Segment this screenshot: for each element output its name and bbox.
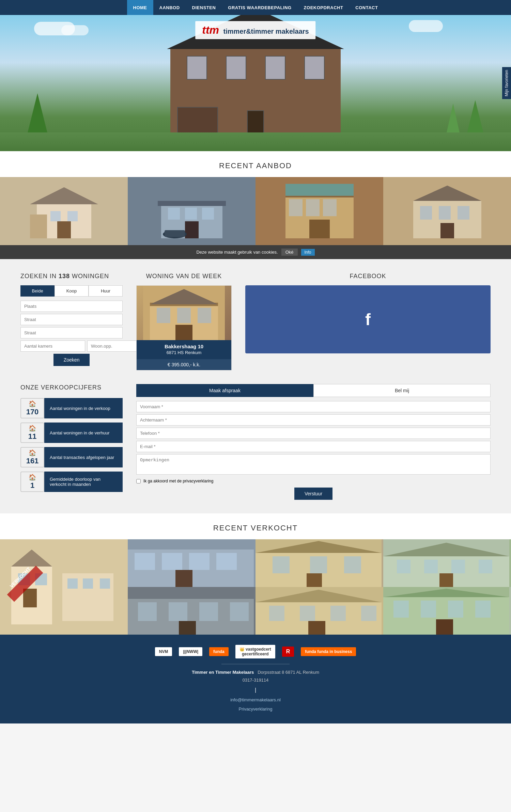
form-tab-bel[interactable]: Bel mij (313, 384, 491, 397)
svg-rect-57 (175, 570, 192, 587)
svg-rect-36 (198, 308, 211, 323)
stat-numbox-3: 🏠 1 (20, 472, 44, 492)
vk-item-3[interactable] (256, 539, 383, 587)
svg-rect-12 (202, 208, 214, 220)
form-telefoon[interactable] (136, 428, 491, 439)
footer-divider (221, 664, 290, 664)
week-city: 6871 HS Renkum (140, 350, 228, 355)
svg-rect-23 (285, 184, 354, 196)
week-card[interactable]: Bakkershaag 10 6871 HS Renkum € 395.000,… (136, 285, 232, 370)
main-navigation: HOME AANBOD DIENSTEN GRATIS WAARDEBEPALI… (0, 0, 511, 15)
form-voornaam[interactable] (136, 401, 491, 412)
vk-item-7[interactable] (383, 587, 511, 635)
svg-rect-60 (273, 556, 290, 573)
svg-rect-10 (168, 208, 180, 220)
search-title: ZOEKEN IN 138 WONINGEN (20, 273, 123, 280)
aanbod-item-2[interactable] (128, 177, 256, 245)
search-section: ZOEKEN IN 138 WONINGEN Beide Koop Huur Z… (20, 273, 123, 366)
nav-aanbod[interactable]: AANBOD (153, 0, 186, 15)
svg-rect-46 (67, 578, 78, 589)
stat-num-1: 11 (28, 432, 36, 441)
svg-rect-93 (448, 601, 463, 618)
week-image (137, 286, 231, 340)
search-straat1-input[interactable] (20, 314, 123, 325)
search-tab-koop[interactable]: Koop (55, 285, 89, 297)
vk-item-5[interactable] (128, 587, 256, 635)
form-email[interactable] (136, 441, 491, 452)
stat-num-0: 170 (26, 408, 39, 416)
svg-rect-37 (175, 325, 192, 340)
svg-rect-61 (310, 556, 327, 573)
privacy-checkbox[interactable] (136, 479, 141, 483)
verkocht-grid: VERKOCHT (0, 539, 511, 635)
svg-rect-27 (420, 206, 432, 220)
svg-rect-3 (50, 211, 61, 221)
svg-rect-55 (189, 553, 210, 570)
cookie-ok-button[interactable]: Oké (281, 249, 298, 256)
stat-label-2: Aantal transacties afgelopen jaar (44, 447, 123, 467)
cookie-info-button[interactable]: Info (301, 249, 315, 256)
svg-rect-91 (393, 601, 409, 618)
mijn-favorieten-tab[interactable]: Mijn favorieten (502, 67, 511, 99)
aanbod-item-3[interactable] (256, 177, 383, 245)
svg-rect-4 (67, 211, 78, 221)
stat-numbox-1: 🏠 11 (20, 423, 44, 443)
stats-section: ONZE VERKOOPCIJFERS 🏠 170 Aantal woninge… (20, 384, 123, 500)
facebook-title: FACEBOOK (245, 273, 491, 280)
form-achternaam[interactable] (136, 414, 491, 426)
home-icon-2: 🏠 (29, 449, 36, 457)
nav-home[interactable]: HOME (127, 0, 153, 15)
stat-label-0: Aantal woningen in de verkoop (44, 398, 123, 418)
footer-phone: 0317-319114 (7, 676, 504, 684)
nav-diensten[interactable]: DIENSTEN (186, 0, 222, 15)
svg-rect-92 (421, 601, 436, 618)
search-plaats-input[interactable] (20, 301, 123, 312)
vk-item-2[interactable] (128, 539, 256, 587)
nav-zoekopdracht[interactable]: ZOEKOPDRACHT (298, 0, 350, 15)
form-submit-button[interactable]: Verstuur (294, 488, 332, 500)
search-row-kamers (20, 340, 123, 352)
form-privacy-check: Ik ga akkoord met de privacyverklaring (136, 479, 491, 483)
search-tabs: Beide Koop Huur (20, 285, 123, 297)
stat-item-3: 🏠 1 Gemiddelde doorloop van verkocht in … (20, 472, 123, 492)
search-button[interactable]: Zoeken (53, 354, 90, 366)
search-straat2-input[interactable] (20, 327, 123, 338)
form-tabs: Maak afspraak Bel mij (136, 384, 491, 397)
aanbod-item-1[interactable] (0, 177, 128, 245)
svg-rect-29 (458, 206, 469, 220)
svg-rect-56 (216, 553, 237, 570)
vk-item-4[interactable] (383, 539, 511, 587)
search-tab-beide[interactable]: Beide (20, 285, 55, 297)
facebook-section: FACEBOOK f (245, 273, 491, 353)
vk-item-6[interactable] (256, 587, 383, 635)
aanbod-item-4[interactable] (383, 177, 511, 245)
site-logo: ttm timmer&timmer makelaars (195, 21, 315, 39)
svg-rect-19 (289, 199, 303, 216)
svg-rect-35 (177, 308, 191, 323)
svg-rect-79 (179, 621, 196, 635)
stat-numbox-0: 🏠 170 (20, 398, 44, 418)
svg-rect-20 (306, 199, 320, 216)
stat-num-3: 1 (30, 481, 34, 490)
recent-verkocht-title: RECENT VERKOCHT (0, 513, 511, 539)
footer-email-link[interactable]: info@timmermakelaars.nl (230, 697, 281, 702)
main-content: ZOEKEN IN 138 WONINGEN Beide Koop Huur Z… (0, 259, 511, 513)
nav-contact[interactable]: CONTACT (349, 0, 384, 15)
privacy-label: Ik ga akkoord met de privacyverklaring (143, 479, 213, 483)
svg-rect-34 (157, 308, 170, 323)
home-icon-3: 🏠 (29, 474, 36, 481)
form-opmerkingen[interactable] (136, 454, 491, 475)
form-tab-afspraak[interactable]: Maak afspraak (136, 384, 313, 397)
nav-waardebepaling[interactable]: GRATIS WAARDEBEPALING (222, 0, 297, 15)
contact-form-section: Maak afspraak Bel mij Ik ga akkoord met … (136, 384, 491, 500)
svg-rect-72 (439, 573, 453, 587)
search-kamers-input[interactable] (20, 340, 85, 352)
footer-address: Timmer en Timmer Makelaars Dorpsstraat 8… (7, 668, 504, 676)
svg-rect-62 (344, 556, 361, 573)
search-tab-huur[interactable]: Huur (89, 285, 123, 297)
footer-privacy-link[interactable]: Privacyverklaring (239, 706, 273, 712)
footer-privacy: Privacyverklaring (7, 705, 504, 713)
week-title: WONING VAN DE WEEK (136, 273, 232, 280)
svg-rect-84 (300, 606, 315, 621)
vk-item-1[interactable]: VERKOCHT (0, 539, 128, 635)
